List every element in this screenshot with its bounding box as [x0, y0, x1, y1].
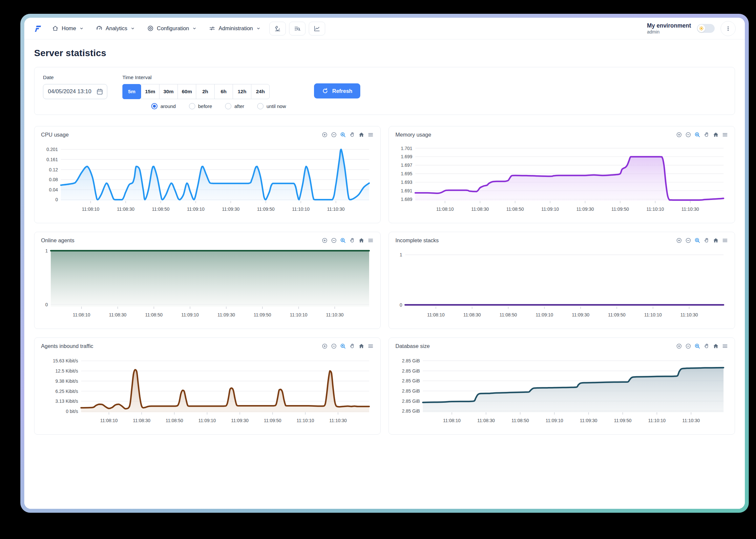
nav-item-analytics[interactable]: Analytics	[96, 25, 135, 32]
chart-canvas[interactable]: 0 bit/s3.13 Kibit/s6.25 Kibit/s9.38 Kibi…	[41, 350, 374, 427]
mode-after[interactable]: after	[225, 103, 244, 109]
svg-text:11:09:10: 11:09:10	[535, 312, 553, 317]
window-gradient-frame: Home Analytics Configuration Administrat…	[20, 14, 749, 513]
svg-text:11:08:10: 11:08:10	[443, 418, 461, 423]
nav-tools	[269, 22, 325, 36]
home-icon	[52, 25, 59, 32]
nav-right: My environment admin	[647, 21, 736, 36]
zoom-out-icon[interactable]	[685, 237, 691, 244]
interval-2h[interactable]: 2h	[196, 84, 215, 99]
calendar-icon[interactable]	[96, 88, 104, 96]
interval-6h[interactable]: 6h	[214, 84, 233, 99]
theme-toggle[interactable]	[697, 24, 715, 33]
chart-canvas[interactable]: 0111:08:1011:08:3011:08:5011:09:1011:09:…	[395, 244, 728, 322]
app-logo-icon	[34, 24, 43, 34]
interval-12h[interactable]: 12h	[233, 84, 251, 99]
more-options-button[interactable]	[721, 21, 736, 36]
svg-text:11:09:10: 11:09:10	[198, 418, 216, 423]
zoom-in-icon[interactable]	[676, 343, 682, 349]
svg-text:0: 0	[45, 302, 48, 307]
svg-text:9.38 Kibit/s: 9.38 Kibit/s	[55, 378, 78, 384]
mode-around[interactable]: around	[151, 103, 176, 109]
menu-icon[interactable]	[722, 132, 728, 138]
menu-icon[interactable]	[722, 343, 728, 349]
svg-text:2.85 GiB: 2.85 GiB	[402, 399, 420, 404]
panel-incomplete-stacks: Incomplete stacks 0111:08:1011:08:3011:0…	[388, 232, 735, 329]
box-zoom-icon[interactable]	[340, 132, 346, 138]
zoom-in-icon[interactable]	[321, 343, 328, 349]
interval-5m[interactable]: 5m	[122, 84, 141, 99]
svg-text:1.701: 1.701	[401, 146, 412, 151]
interval-30m[interactable]: 30m	[159, 84, 178, 99]
zoom-out-icon[interactable]	[685, 132, 691, 138]
svg-text:11:10:10: 11:10:10	[292, 206, 310, 212]
zoom-in-icon[interactable]	[321, 132, 328, 138]
chart-panel-header: CPU usage	[41, 132, 374, 138]
nav-menu: Home Analytics Configuration Administrat…	[52, 25, 261, 32]
chart-canvas[interactable]: 1.6891.6911.6931.6951.6971.6991.70111:08…	[395, 138, 728, 216]
nav-item-administration[interactable]: Administration	[209, 25, 261, 32]
chart-line-button[interactable]	[309, 22, 325, 36]
svg-text:11:08:50: 11:08:50	[166, 418, 183, 423]
box-zoom-icon[interactable]	[340, 237, 346, 244]
menu-icon[interactable]	[722, 237, 728, 244]
interval-24h[interactable]: 24h	[251, 84, 270, 99]
zoom-out-icon[interactable]	[331, 132, 337, 138]
chart-toolbar	[676, 343, 728, 349]
mode-until-now[interactable]: until now	[257, 103, 286, 109]
box-zoom-icon[interactable]	[694, 237, 701, 244]
zoom-in-icon[interactable]	[676, 132, 682, 138]
svg-text:11:10:10: 11:10:10	[290, 312, 308, 317]
pan-icon[interactable]	[349, 132, 355, 138]
box-zoom-icon[interactable]	[694, 132, 701, 138]
zoom-in-icon[interactable]	[676, 237, 682, 244]
pan-icon[interactable]	[704, 343, 710, 349]
svg-text:11:08:10: 11:08:10	[427, 312, 445, 317]
search-list-button[interactable]	[289, 22, 306, 36]
menu-icon[interactable]	[368, 132, 374, 138]
box-zoom-icon[interactable]	[694, 343, 701, 349]
microscope-button[interactable]	[269, 22, 286, 36]
pan-icon[interactable]	[704, 132, 710, 138]
svg-text:11:08:50: 11:08:50	[506, 206, 524, 212]
home-solid-icon[interactable]	[713, 132, 719, 138]
pan-icon[interactable]	[349, 343, 355, 349]
chart-title: Memory usage	[395, 132, 431, 138]
svg-text:11:08:10: 11:08:10	[436, 206, 454, 212]
radio-icon	[257, 103, 263, 109]
home-solid-icon[interactable]	[713, 237, 719, 244]
svg-text:3.13 Kibit/s: 3.13 Kibit/s	[55, 399, 78, 404]
svg-text:0: 0	[400, 302, 402, 308]
nav-item-configuration[interactable]: Configuration	[147, 25, 197, 32]
zoom-in-icon[interactable]	[321, 237, 328, 244]
interval-15m[interactable]: 15m	[141, 84, 160, 99]
menu-icon[interactable]	[368, 343, 374, 349]
interval-60m[interactable]: 60m	[177, 84, 196, 99]
refresh-button[interactable]: Refresh	[314, 83, 360, 99]
radio-icon	[189, 103, 195, 109]
zoom-out-icon[interactable]	[331, 343, 337, 349]
kebab-menu-icon	[725, 25, 731, 32]
mode-before[interactable]: before	[189, 103, 212, 109]
home-solid-icon[interactable]	[358, 132, 365, 138]
interval-modes: around before after until now	[151, 103, 286, 109]
nav-item-home[interactable]: Home	[52, 25, 84, 32]
pan-icon[interactable]	[349, 237, 355, 244]
chart-canvas[interactable]: 00.040.080.120.1610.20111:08:1011:08:301…	[41, 138, 374, 216]
zoom-out-icon[interactable]	[331, 237, 337, 244]
chart-canvas[interactable]: 2.85 GiB2.85 GiB2.85 GiB2.85 GiB2.85 GiB…	[395, 350, 728, 427]
svg-text:11:09:10: 11:09:10	[541, 206, 559, 212]
home-solid-icon[interactable]	[358, 237, 365, 244]
box-zoom-icon[interactable]	[340, 343, 346, 349]
panel-memory-usage: Memory usage 1.6891.6911.6931.6951.6971.…	[388, 126, 735, 223]
pan-icon[interactable]	[704, 237, 710, 244]
home-solid-icon[interactable]	[713, 343, 719, 349]
svg-text:11:08:10: 11:08:10	[100, 418, 118, 423]
chart-canvas[interactable]: 0111:08:1011:08:3011:08:5011:09:1011:09:…	[41, 244, 374, 322]
svg-text:11:09:50: 11:09:50	[257, 206, 275, 212]
svg-text:11:09:50: 11:09:50	[608, 312, 626, 317]
menu-icon[interactable]	[368, 237, 374, 244]
chart-panel-header: Incomplete stacks	[395, 237, 728, 244]
zoom-out-icon[interactable]	[685, 343, 691, 349]
home-solid-icon[interactable]	[358, 343, 365, 349]
